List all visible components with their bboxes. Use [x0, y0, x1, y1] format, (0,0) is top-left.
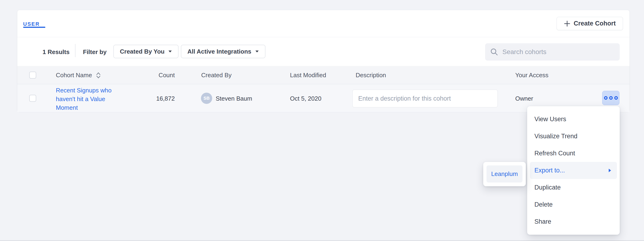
column-header-count: Count: [136, 72, 175, 79]
last-modified-date: Oct 5, 2020: [290, 95, 321, 102]
select-all-checkbox[interactable]: [29, 72, 36, 79]
more-options-icon: [614, 96, 618, 100]
menu-item-share[interactable]: Share: [527, 213, 620, 230]
menu-item-view-users[interactable]: View Users: [527, 111, 620, 128]
cohort-name-link[interactable]: Recent Signups who haven't hit a Value M…: [56, 86, 115, 112]
menu-item-delete[interactable]: Delete: [527, 196, 620, 213]
description-input[interactable]: [352, 90, 498, 107]
cohorts-card: USER Create Cohort 1 Results Filter by C…: [17, 10, 630, 112]
tab-active-underline: [23, 27, 45, 28]
access-value: Owner: [515, 95, 533, 102]
more-options-icon: [604, 96, 608, 100]
filter-by-label: Filter by: [83, 49, 106, 56]
column-header-cohort-name[interactable]: Cohort Name: [56, 72, 92, 79]
search-input[interactable]: [502, 48, 614, 56]
integrations-dropdown-label: All Active Integrations: [188, 48, 252, 55]
created-by-dropdown[interactable]: Created By You: [113, 45, 178, 58]
row-more-options-button[interactable]: [602, 91, 620, 105]
search-cohorts-box: [485, 43, 620, 61]
integrations-dropdown[interactable]: All Active Integrations: [181, 45, 266, 58]
search-icon: [490, 48, 498, 56]
column-header-your-access: Your Access: [515, 72, 548, 79]
cohorts-page: USER Create Cohort 1 Results Filter by C…: [0, 0, 644, 241]
cohort-count: 16,872: [136, 95, 175, 102]
created-by-dropdown-label: Created By You: [120, 48, 164, 55]
plus-icon: [564, 20, 570, 27]
submenu-arrow-icon: [608, 168, 611, 172]
menu-item-export-to-label: Export to...: [534, 167, 565, 174]
export-submenu: Leanplum: [483, 162, 526, 186]
row-context-menu: View Users Visualize Trend Refresh Count…: [527, 106, 620, 235]
column-header-created-by: Created By: [201, 72, 232, 79]
column-header-last-modified: Last Modified: [290, 72, 326, 79]
menu-item-export-to[interactable]: Export to...: [530, 162, 617, 179]
create-cohort-label: Create Cohort: [574, 20, 616, 27]
create-cohort-button[interactable]: Create Cohort: [556, 17, 623, 30]
tab-user-label: USER: [23, 21, 40, 27]
filter-bar: 1 Results Filter by Created By You All A…: [17, 38, 630, 66]
row-checkbox[interactable]: [29, 95, 36, 102]
sort-icon[interactable]: [96, 72, 101, 79]
results-count: 1 Results: [42, 49, 70, 56]
tab-bar: USER Create Cohort: [17, 10, 630, 37]
column-header-description: Description: [356, 72, 386, 79]
submenu-item-leanplum[interactable]: Leanplum: [486, 165, 522, 182]
tab-user[interactable]: USER: [23, 21, 40, 27]
menu-item-duplicate[interactable]: Duplicate: [527, 179, 620, 196]
filter-divider: [75, 44, 76, 57]
menu-item-visualize-trend[interactable]: Visualize Trend: [527, 128, 620, 145]
creator-avatar: SB: [201, 93, 212, 104]
creator-name: Steven Baum: [216, 95, 252, 102]
more-options-icon: [609, 96, 613, 100]
caret-down-icon: [255, 50, 259, 53]
caret-down-icon: [168, 50, 172, 53]
table-header: Cohort Name Count Created By Last Modifi…: [17, 66, 630, 84]
menu-item-refresh-count[interactable]: Refresh Count: [527, 145, 620, 162]
